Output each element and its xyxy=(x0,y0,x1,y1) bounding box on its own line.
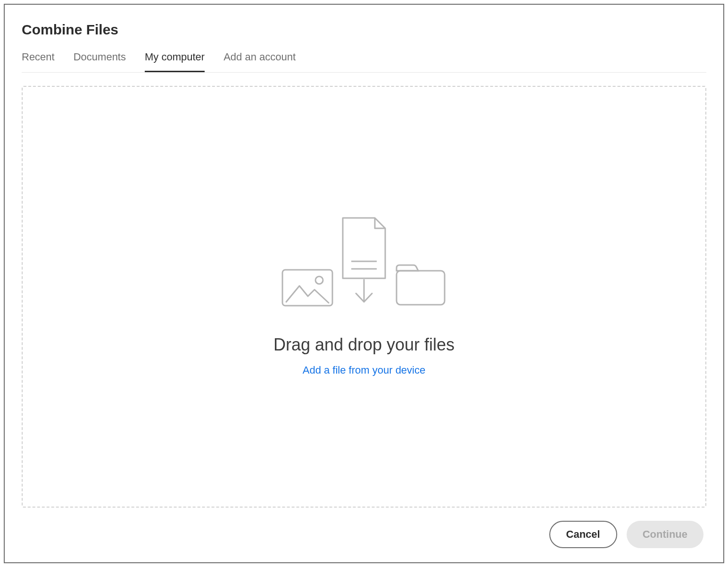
folder-icon xyxy=(395,264,447,307)
dropzone-heading: Drag and drop your files xyxy=(273,335,455,355)
dropzone-illustration xyxy=(281,217,447,307)
combine-files-dialog: Combine Files Recent Documents My comput… xyxy=(4,4,724,563)
file-dropzone[interactable]: Drag and drop your files Add a file from… xyxy=(22,86,706,508)
document-download-icon xyxy=(338,217,390,307)
cancel-button[interactable]: Cancel xyxy=(549,521,617,548)
svg-rect-5 xyxy=(397,271,445,305)
svg-point-1 xyxy=(315,276,323,284)
add-file-link[interactable]: Add a file from your device xyxy=(303,364,425,376)
source-tabs: Recent Documents My computer Add an acco… xyxy=(22,51,706,73)
tab-my-computer[interactable]: My computer xyxy=(145,51,205,72)
tab-recent[interactable]: Recent xyxy=(22,51,55,72)
image-icon xyxy=(281,269,333,307)
tab-add-account[interactable]: Add an account xyxy=(223,51,296,72)
page-title: Combine Files xyxy=(22,22,706,38)
continue-button: Continue xyxy=(627,521,703,548)
tab-documents[interactable]: Documents xyxy=(74,51,126,72)
dialog-footer: Cancel Continue xyxy=(22,521,706,548)
